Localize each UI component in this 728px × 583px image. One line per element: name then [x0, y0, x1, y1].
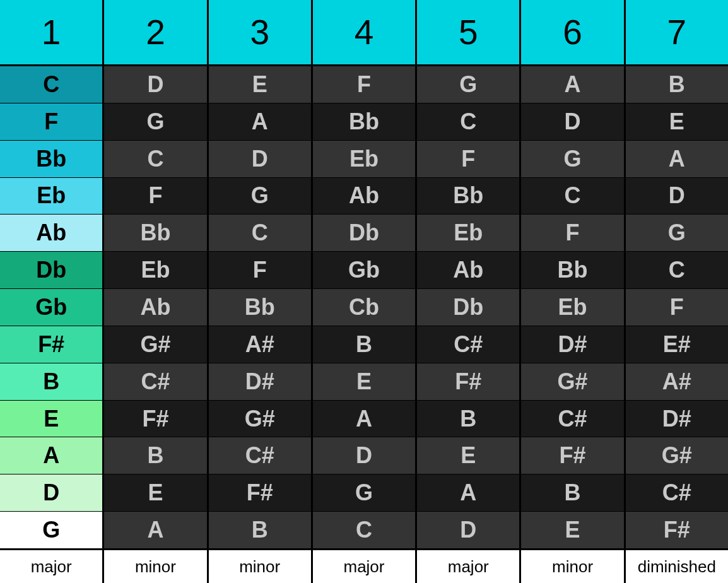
note-cell: Ab	[104, 289, 208, 326]
note-cell: A	[209, 103, 313, 140]
key-cell: B	[0, 363, 104, 400]
scale-row: CDEFGAB	[0, 66, 728, 103]
degree-header-7: 7	[626, 0, 728, 64]
note-cell: C	[521, 178, 625, 215]
note-cell: D#	[209, 363, 313, 400]
note-cell: Bb	[417, 178, 521, 215]
quality-3: minor	[209, 550, 313, 583]
degree-header-row: 1 2 3 4 5 6 7	[0, 0, 728, 66]
note-cell: B	[626, 66, 728, 103]
note-cell: Db	[417, 289, 521, 326]
degree-header-4: 4	[313, 0, 417, 64]
note-cell: A#	[209, 326, 313, 363]
note-cell: F	[104, 178, 208, 215]
note-cell: D	[626, 178, 728, 215]
note-cell: C	[104, 141, 208, 177]
degree-header-6: 6	[521, 0, 625, 64]
scale-row: FGABbCDE	[0, 103, 728, 141]
note-cell: F#	[104, 401, 208, 437]
note-cell: E	[209, 66, 313, 103]
scale-row: BbCDEbFGA	[0, 141, 728, 178]
key-cell: Db	[0, 252, 104, 288]
note-cell: C#	[521, 401, 625, 437]
note-cell: C#	[626, 474, 728, 511]
note-cell: B	[104, 437, 208, 474]
note-cell: F#	[626, 512, 728, 548]
key-cell: F	[0, 103, 104, 140]
note-cell: E	[104, 474, 208, 511]
note-cell: F	[209, 252, 313, 288]
degree-header-5: 5	[417, 0, 521, 64]
note-cell: Eb	[104, 252, 208, 288]
note-cell: G#	[521, 363, 625, 400]
note-cell: G#	[104, 326, 208, 363]
note-cell: D	[521, 103, 625, 140]
scale-row: ABC#DEF#G#	[0, 437, 728, 474]
note-cell: Bb	[521, 252, 625, 288]
note-cell: D	[209, 141, 313, 177]
quality-7: diminished	[626, 550, 728, 583]
note-cell: A	[417, 474, 521, 511]
quality-5: major	[417, 550, 521, 583]
note-cell: G	[626, 215, 728, 251]
scale-row: BC#D#EF#G#A#	[0, 363, 728, 401]
note-cell: D#	[521, 326, 625, 363]
key-cell: Eb	[0, 178, 104, 215]
scale-body: CDEFGABFGABbCDEBbCDEbFGAEbFGAbBbCDAbBbCD…	[0, 66, 728, 550]
scale-row: DbEbFGbAbBbC	[0, 252, 728, 289]
quality-1: major	[0, 550, 104, 583]
note-cell: Ab	[313, 178, 417, 215]
note-cell: A	[521, 66, 625, 103]
key-cell: E	[0, 401, 104, 437]
note-cell: C	[313, 512, 417, 548]
note-cell: D	[417, 512, 521, 548]
scale-row: EbFGAbBbCD	[0, 178, 728, 215]
note-cell: Eb	[521, 289, 625, 326]
diatonic-chord-chart: 1 2 3 4 5 6 7 CDEFGABFGABbCDEBbCDEbFGAEb…	[0, 0, 728, 583]
note-cell: F#	[521, 437, 625, 474]
note-cell: G	[209, 178, 313, 215]
key-cell: D	[0, 474, 104, 511]
note-cell: E	[417, 437, 521, 474]
key-cell: C	[0, 66, 104, 103]
note-cell: E	[313, 363, 417, 400]
note-cell: Ab	[417, 252, 521, 288]
quality-6: minor	[521, 550, 625, 583]
key-cell: A	[0, 437, 104, 474]
note-cell: Bb	[313, 103, 417, 140]
scale-row: EF#G#ABC#D#	[0, 401, 728, 438]
note-cell: Eb	[313, 141, 417, 177]
note-cell: A#	[626, 363, 728, 400]
note-cell: E#	[626, 326, 728, 363]
note-cell: F	[313, 66, 417, 103]
key-cell: Ab	[0, 215, 104, 251]
note-cell: B	[209, 512, 313, 548]
note-cell: E	[521, 512, 625, 548]
quality-footer-row: major minor minor major major minor dimi…	[0, 550, 728, 583]
note-cell: C#	[104, 363, 208, 400]
note-cell: F	[521, 215, 625, 251]
note-cell: A	[626, 141, 728, 177]
note-cell: Cb	[313, 289, 417, 326]
note-cell: Db	[313, 215, 417, 251]
note-cell: C#	[209, 437, 313, 474]
note-cell: B	[313, 326, 417, 363]
scale-row: F#G#A#BC#D#E#	[0, 326, 728, 363]
scale-row: GABCDEF#	[0, 512, 728, 548]
scale-row: AbBbCDbEbFG	[0, 215, 728, 252]
note-cell: A	[104, 512, 208, 548]
scale-row: DEF#GABC#	[0, 474, 728, 512]
note-cell: Gb	[313, 252, 417, 288]
note-cell: G#	[626, 437, 728, 474]
degree-header-3: 3	[209, 0, 313, 64]
note-cell: G	[313, 474, 417, 511]
note-cell: A	[313, 401, 417, 437]
key-cell: G	[0, 512, 104, 548]
note-cell: G#	[209, 401, 313, 437]
note-cell: D	[313, 437, 417, 474]
note-cell: C	[417, 103, 521, 140]
note-cell: D	[104, 66, 208, 103]
note-cell: Bb	[209, 289, 313, 326]
note-cell: G	[104, 103, 208, 140]
note-cell: C	[209, 215, 313, 251]
